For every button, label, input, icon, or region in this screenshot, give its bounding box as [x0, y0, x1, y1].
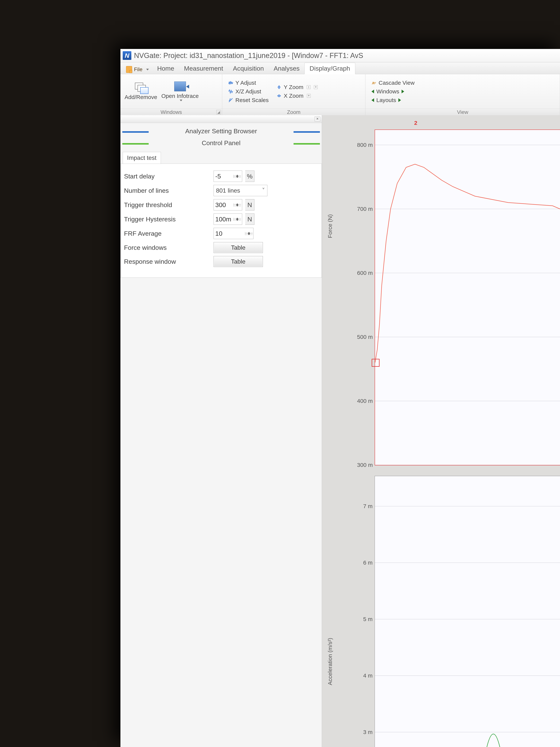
app-window: N NVGate: Project: id31_nanostation_11ju…: [121, 49, 560, 747]
trigger-hysteresis-input[interactable]: [214, 213, 242, 225]
tab-display-graph[interactable]: Display/Graph: [304, 63, 355, 74]
tab-analyses[interactable]: Analyses: [269, 63, 304, 74]
y-axis-label-force: Force (N): [327, 214, 333, 238]
tab-home[interactable]: Home: [152, 63, 179, 74]
accel-trace-fragment: [486, 734, 501, 747]
y-adjust-button[interactable]: Y Adjust: [226, 79, 271, 86]
y-tick: 5 m: [363, 616, 373, 622]
zoom-in-icon[interactable]: +: [307, 94, 311, 98]
frf-average-input[interactable]: [214, 228, 254, 239]
waveform-xz-icon: [228, 89, 233, 94]
force-windows-table-button[interactable]: Table: [214, 242, 263, 253]
label-start-delay: Start delay: [124, 173, 211, 180]
triangle-right-icon: [398, 98, 401, 102]
triangle-left-icon: [371, 98, 374, 102]
row-response-window: Response window Table: [124, 256, 318, 267]
trigger-threshold-unit: N: [245, 199, 255, 210]
ribbon-group-view-label: View: [457, 109, 468, 115]
window-title: NVGate: Project: id31_nanostation_11june…: [134, 52, 363, 60]
x-zoom-button[interactable]: X Zoom +: [275, 92, 320, 99]
analyzer-setting-header[interactable]: Analyzer Setting Browser: [121, 127, 322, 135]
ribbon-group-zoom: Y Adjust X/Z Adjust Reset Scales Y Zoom: [222, 74, 366, 115]
trigger-hysteresis-value[interactable]: [214, 214, 233, 225]
x-zoom-icon: [276, 93, 282, 98]
trigger-hysteresis-spinner[interactable]: [233, 217, 241, 221]
number-of-lines-select[interactable]: 801 lines ˅: [214, 185, 267, 196]
frf-average-spinner[interactable]: [245, 232, 253, 235]
start-delay-value[interactable]: [214, 171, 233, 182]
start-delay-unit: %: [245, 171, 255, 182]
y-tick: 3 m: [363, 729, 373, 735]
side-panel: × Analyzer Setting Browser Control Panel…: [121, 115, 322, 747]
row-frf-average: FRF Average: [124, 228, 318, 239]
reset-scales-icon: [228, 98, 233, 103]
ribbon-group-windows-label: Windows: [161, 109, 182, 115]
tab-measurement[interactable]: Measurement: [179, 63, 228, 74]
frf-average-value[interactable]: [214, 228, 245, 239]
trigger-threshold-value[interactable]: [214, 199, 233, 210]
start-delay-input[interactable]: [214, 171, 242, 182]
y-tick: 4 m: [363, 672, 373, 679]
label-trigger-hysteresis: Trigger Hysteresis: [124, 215, 211, 223]
label-response-window: Response window: [124, 258, 211, 265]
cursor-index-marker: 2: [414, 120, 417, 126]
zoom-in-icon[interactable]: +: [314, 85, 318, 89]
y-zoom-icon: [276, 85, 282, 89]
reset-scales-button[interactable]: Reset Scales: [226, 97, 271, 104]
chevron-down-icon: [146, 69, 149, 70]
chevron-down-icon: ˅: [262, 187, 265, 194]
y-tick: 500 m: [357, 334, 373, 340]
trigger-threshold-spinner[interactable]: [233, 203, 241, 207]
close-icon[interactable]: ×: [315, 117, 320, 122]
y-zoom-button[interactable]: Y Zoom ↕ +: [275, 84, 320, 91]
file-menu-label: File: [134, 67, 142, 73]
row-trigger-hysteresis: Trigger Hysteresis N: [124, 213, 318, 225]
cascade-icon: [371, 80, 376, 85]
trigger-threshold-input[interactable]: [214, 199, 242, 210]
waveform-y-icon: [228, 80, 233, 85]
side-panel-tabstrip: ×: [121, 115, 322, 123]
windows-nav-button[interactable]: Windows: [370, 88, 417, 95]
app-logo-icon: N: [123, 51, 131, 60]
dialog-launcher-icon[interactable]: ◢: [216, 110, 221, 114]
file-menu[interactable]: File: [123, 65, 152, 74]
chevron-down-icon: [180, 100, 182, 101]
acceleration-plot[interactable]: 7 m 6 m 5 m 4 m 3 m: [375, 476, 560, 747]
row-start-delay: Start delay %: [124, 171, 318, 182]
layouts-nav-button[interactable]: Layouts: [370, 97, 417, 104]
control-panel-header[interactable]: Control Panel: [121, 139, 322, 147]
file-icon: [126, 66, 132, 73]
y-axis-label-accel: Acceleration (m/s²): [327, 638, 333, 685]
impact-test-form: Start delay % Number of lines 801 lines …: [121, 163, 322, 278]
force-plot[interactable]: 800 m 700 m 600 m 500 m 400 m 300 m: [375, 130, 560, 465]
cascade-view-button[interactable]: Cascade View: [370, 79, 417, 86]
start-delay-spinner[interactable]: [233, 175, 241, 178]
xz-adjust-button[interactable]: X/Z Adjust: [226, 88, 271, 95]
y-tick: 7 m: [363, 503, 373, 509]
add-remove-button[interactable]: Add/Remove: [125, 83, 157, 100]
trigger-hysteresis-unit: N: [245, 213, 255, 225]
title-bar: N NVGate: Project: id31_nanostation_11ju…: [121, 49, 560, 62]
ribbon: Add/Remove Open Infotrace Windows ◢ Y Ad…: [121, 74, 560, 116]
impact-test-tab[interactable]: Impact test: [123, 152, 161, 163]
cursor-marker-icon[interactable]: [372, 359, 379, 367]
add-remove-label: Add/Remove: [125, 94, 157, 100]
accel-plot-svg: [375, 476, 560, 747]
label-frf-average: FRF Average: [124, 230, 211, 237]
row-number-of-lines: Number of lines 801 lines ˅: [124, 185, 318, 196]
y-tick: 700 m: [357, 206, 373, 212]
expand-y-icon[interactable]: ↕: [307, 85, 311, 89]
label-trigger-threshold: Trigger threshold: [124, 201, 211, 209]
label-force-windows: Force windows: [124, 244, 211, 251]
open-infotrace-label: Open Infotrace: [161, 93, 198, 99]
triangle-right-icon: [402, 89, 404, 93]
row-trigger-threshold: Trigger threshold N: [124, 199, 318, 210]
y-tick: 600 m: [357, 270, 373, 276]
response-window-table-button[interactable]: Table: [214, 256, 263, 267]
workspace: × Analyzer Setting Browser Control Panel…: [121, 115, 560, 747]
triangle-left-icon: [371, 89, 374, 93]
ribbon-group-view: Cascade View Windows Layouts View: [366, 74, 560, 115]
open-infotrace-button[interactable]: Open Infotrace: [161, 81, 198, 101]
tab-acquisition[interactable]: Acquisition: [228, 63, 269, 74]
infotrace-icon: [174, 81, 186, 91]
